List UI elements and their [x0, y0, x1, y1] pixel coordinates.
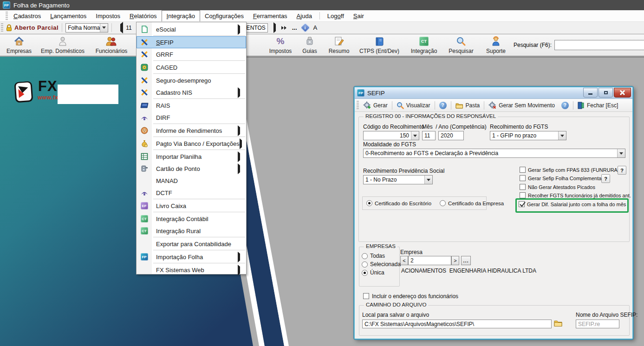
checkbox-fpas833[interactable]: [520, 167, 526, 173]
menu-item-esocial[interactable]: eSocial: [137, 23, 246, 35]
empresa-prev-button[interactable]: <: [400, 256, 408, 265]
menubar-item-sair[interactable]: Sair: [349, 10, 369, 21]
dialog-titlebar[interactable]: FP SEFIP: [355, 87, 632, 99]
funcionarios-button[interactable]: Funcionários: [89, 34, 134, 56]
menubar-item-ferramentas[interactable]: Ferramentas: [248, 10, 292, 21]
chevron-down-icon[interactable]: [100, 24, 108, 32]
browse-folder-button[interactable]: [553, 319, 563, 328]
receita-bird-icon: [137, 114, 152, 121]
nome-arquivo-label: Nome do Arquivo SEFIP:: [576, 312, 637, 318]
menu-item-fx-sistemas-web[interactable]: FX Sistemas Web: [137, 264, 246, 276]
impostos-button[interactable]: % Impostos: [265, 34, 296, 56]
empresa-input[interactable]: 2: [408, 256, 451, 265]
menu-item-integracao-rural[interactable]: CT Integração Rural: [137, 225, 246, 237]
app-icon: FP: [357, 89, 364, 97]
fechar-button[interactable]: Fechar [Esc]: [574, 99, 621, 111]
menu-item-dirf[interactable]: DIRF: [137, 111, 246, 124]
previdencia-combobox[interactable]: 1 - No Prazo: [363, 175, 433, 184]
fpas833-help-button[interactable]: ?: [618, 166, 626, 175]
checkbox-recolher-fgts-demitidos[interactable]: [520, 192, 526, 198]
lion-icon: [137, 127, 152, 134]
menu-item-sefip[interactable]: SEFIP: [137, 36, 246, 48]
pasta-button[interactable]: Pasta: [452, 99, 483, 111]
maximize-button[interactable]: [598, 88, 613, 98]
dialog-title: SEFIP: [367, 90, 385, 97]
menu-item-livro-caixa[interactable]: EF Livro Caixa: [137, 200, 246, 212]
menubar-item-logoff[interactable]: Logoff: [323, 10, 349, 21]
menu-item-importacao-folha[interactable]: FP Importação Folha: [137, 251, 246, 263]
modalidade-fgts-combobox[interactable]: 0-Recolhimento ao FGTS e Declaração à Pr…: [363, 149, 625, 158]
radio-certificado-escritorio[interactable]: Certificado do Escritório: [366, 200, 431, 206]
menubar-item-configuracoes[interactable]: Configurações: [200, 10, 248, 21]
menubar-item-relatorios[interactable]: Relatórios: [125, 10, 162, 21]
checkbox-gerar-dif-salarial[interactable]: [519, 201, 525, 207]
period-type-combobox[interactable]: Folha Normal: [65, 23, 108, 33]
gerar-button[interactable]: Gerar: [360, 99, 391, 111]
guias-button[interactable]: Guias: [296, 34, 323, 56]
gerar-sem-movimento-button[interactable]: Gerar Sem Movimento: [485, 99, 558, 111]
radio-certificado-empresa[interactable]: Certificado da Empresa: [440, 200, 504, 206]
nav-ellipsis[interactable]: ...: [292, 24, 297, 31]
nav-next-icon[interactable]: [273, 24, 278, 31]
folha-complementar-help-button[interactable]: ?: [601, 174, 610, 183]
menu-item-manad[interactable]: MANAD: [137, 175, 246, 187]
menu-item-rais[interactable]: RAIS: [137, 99, 246, 111]
submenu-arrow-icon: [238, 254, 242, 261]
search-input[interactable]: [554, 40, 644, 50]
mes-input[interactable]: 11: [422, 131, 436, 140]
certificado-box: Certificado do Escritório Certificado da…: [362, 196, 487, 210]
radio-selecionada[interactable]: Selecionada: [362, 261, 401, 268]
info-diamond-icon[interactable]: i: [300, 23, 310, 33]
menu-item-integracao-contabil[interactable]: CT Integração Contábil: [137, 213, 246, 225]
menubar-item-ajuda[interactable]: Ajuda: [292, 10, 317, 21]
empresa-next-button[interactable]: >: [451, 256, 459, 265]
menu-item-grrf[interactable]: GRRF: [137, 48, 246, 60]
menu-item-informe-rendimentos[interactable]: Informe de Rendimentos: [137, 124, 246, 137]
help-button-2[interactable]: ?: [558, 99, 572, 111]
close-button[interactable]: [614, 88, 631, 98]
menu-item-exportar-contabilidade[interactable]: Exportar para Contabilidade: [137, 238, 246, 250]
checkbox-folha-complementar[interactable]: [520, 175, 526, 181]
blue-book-icon: [374, 36, 384, 47]
nome-arquivo-input[interactable]: SEFIP.re: [576, 320, 619, 328]
local-input[interactable]: C:\FX Sistemas\ArquivosMagneticos\SEFIP\: [362, 320, 552, 328]
caixa-icon: [137, 39, 152, 46]
menu-item-pagto-banco[interactable]: Pagto Via Banco / Exportações: [137, 137, 246, 150]
empresa-browse-button[interactable]: ...: [461, 256, 471, 265]
menubar-item-lancamentos[interactable]: Lançamentos: [46, 10, 91, 21]
menubar-item-impostos[interactable]: Impostos: [91, 10, 125, 21]
menubar-item-integracao[interactable]: Integração: [162, 10, 200, 21]
codigo-recolhimento-combobox[interactable]: 150: [363, 131, 419, 140]
recolhimento-fgts-combobox[interactable]: 1 - GFIP no prazo: [490, 131, 566, 140]
menu-item-caged[interactable]: CAGED: [137, 61, 246, 73]
resumo-button[interactable]: Resumo: [323, 34, 355, 56]
empresas-button[interactable]: Empresas: [2, 34, 36, 56]
nav-last-icon[interactable]: [281, 26, 288, 30]
radio-todas[interactable]: Todas: [362, 253, 385, 259]
radio-unica[interactable]: Única: [362, 269, 384, 276]
visualizar-button[interactable]: Visualizar: [393, 99, 434, 111]
ct-badge-icon: CT: [419, 37, 429, 46]
menu-item-dctf[interactable]: DCTF: [137, 187, 246, 199]
suporte-button[interactable]: Suporte: [481, 34, 511, 56]
gear-x-icon: [488, 101, 496, 109]
menu-item-importar-planilha[interactable]: Importar Planilha: [137, 150, 246, 163]
minimize-button[interactable]: [583, 88, 598, 98]
exit-door-icon: [578, 102, 585, 109]
checkbox-atestados-picados[interactable]: [520, 184, 526, 190]
emp-domesticos-button[interactable]: Emp. Domésticos: [36, 34, 89, 56]
local-label: Local para salvar o arquivo: [362, 312, 429, 318]
menu-item-cadastro-nis[interactable]: Cadastro NIS: [137, 86, 246, 98]
integracao-button[interactable]: CT Integração: [407, 34, 441, 56]
pesquisar-button[interactable]: Pesquisar: [444, 34, 478, 56]
menu-item-cartao-ponto[interactable]: Cartão de Ponto: [137, 163, 246, 175]
menu-item-seguro-desemprego[interactable]: Seguro-desemprego: [137, 74, 246, 86]
help-button[interactable]: ?: [436, 99, 450, 111]
menubar-item-cadastros[interactable]: Cadastros: [9, 10, 46, 21]
caged-icon: [137, 64, 152, 71]
chevron-down-icon: [411, 131, 419, 140]
ctps-button[interactable]: CTPS (Ent/Dev): [355, 34, 404, 56]
ano-input[interactable]: 2020: [438, 131, 464, 140]
nav-prev-icon[interactable]: [118, 24, 123, 31]
checkbox-incluir-endereco[interactable]: [363, 293, 369, 299]
